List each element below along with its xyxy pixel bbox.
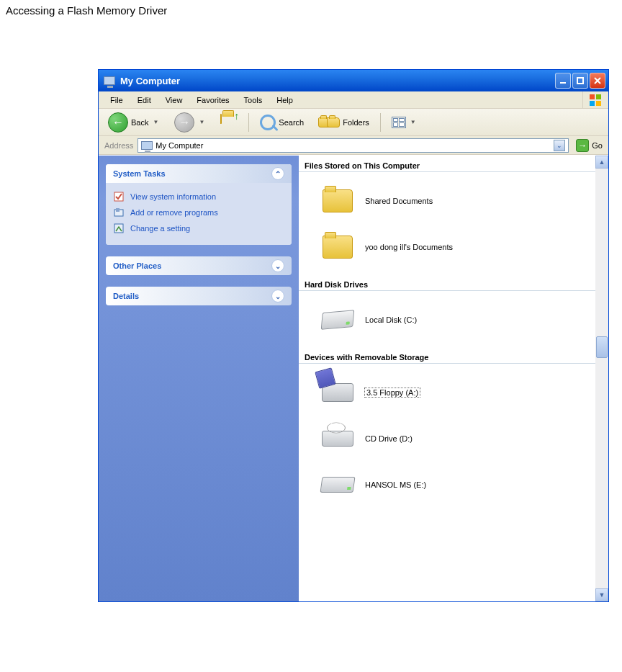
page-heading: Accessing a Flash Memory Driver — [0, 0, 622, 21]
